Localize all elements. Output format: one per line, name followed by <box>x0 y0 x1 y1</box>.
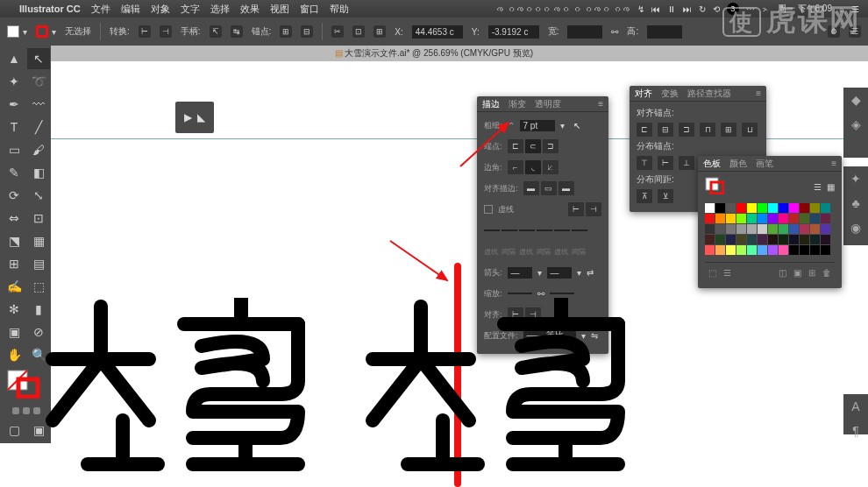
lasso-tool[interactable]: ➰ <box>27 71 50 92</box>
swatch[interactable] <box>810 214 820 223</box>
swatch[interactable] <box>747 214 757 223</box>
corner-round[interactable]: ◟ <box>525 160 541 174</box>
swatch[interactable] <box>821 235 830 244</box>
swatch[interactable] <box>821 214 830 223</box>
ref-point[interactable]: ⊞ <box>374 25 386 38</box>
swatch[interactable] <box>779 203 788 213</box>
scale-2[interactable] <box>550 293 574 294</box>
next-icon[interactable]: ⏭ <box>683 4 692 14</box>
pen-tool[interactable]: ✒ <box>3 94 25 115</box>
align-outside[interactable]: ▬ <box>559 181 574 195</box>
setup-icon[interactable]: ⚙ <box>828 25 840 38</box>
swatch[interactable] <box>705 245 715 255</box>
swatch[interactable] <box>821 245 830 255</box>
space-h[interactable]: ⊻ <box>658 189 673 203</box>
swatch[interactable] <box>768 214 778 223</box>
swatch[interactable] <box>789 214 799 223</box>
convert-corner-icon[interactable]: ◣ <box>197 111 205 124</box>
menu-select[interactable]: 选择 <box>210 3 230 16</box>
swatch-opts-icon[interactable]: ◫ <box>779 268 786 278</box>
badge-3[interactable]: 3 <box>727 3 739 15</box>
swatch[interactable] <box>821 203 830 213</box>
dist-top[interactable]: ⊤ <box>637 156 652 170</box>
dist-vcenter[interactable]: ⊢ <box>658 156 673 170</box>
mesh-tool[interactable]: ⊞ <box>3 253 25 274</box>
swatch[interactable] <box>747 224 757 234</box>
magic-wand-tool[interactable]: ✦ <box>3 71 25 92</box>
tab-pathfinder[interactable]: 路径查找器 <box>687 88 731 100</box>
para-panel-icon[interactable]: ¶ <box>852 424 859 438</box>
swatch[interactable] <box>779 214 788 223</box>
space-v[interactable]: ⊼ <box>637 189 652 203</box>
swatch[interactable] <box>779 245 788 255</box>
free-transform-tool[interactable]: ⊡ <box>27 208 50 229</box>
artwork-char-2[interactable] <box>355 298 627 482</box>
handle-btn-1[interactable]: ↸ <box>210 25 222 38</box>
tab-brushes[interactable]: 画笔 <box>756 158 773 170</box>
direct-selection-tool[interactable]: ↖ <box>27 48 50 69</box>
menu-object[interactable]: 对象 <box>151 3 170 16</box>
dash-1[interactable] <box>484 229 500 231</box>
swatch-grid-icon[interactable]: ▦ <box>827 182 835 192</box>
list-icon[interactable]: ☰ <box>849 25 861 38</box>
loop-icon[interactable]: ↻ <box>699 4 706 14</box>
clock[interactable]: 周一 下午6:09 <box>778 3 832 15</box>
swatch-menu-icon[interactable]: ☰ <box>723 268 731 278</box>
weight-input[interactable]: 7 pt <box>520 120 555 131</box>
dash-2[interactable] <box>519 229 535 231</box>
align-right[interactable]: ⊐ <box>679 123 694 137</box>
swatch[interactable] <box>715 203 725 213</box>
swap-arrows-icon[interactable]: ⇄ <box>587 268 594 278</box>
swatch[interactable] <box>768 245 778 255</box>
arrow-start[interactable]: — <box>508 267 532 279</box>
swatch[interactable] <box>758 245 767 255</box>
swatch-lib-icon[interactable]: ⬚ <box>708 268 716 278</box>
gap-3[interactable] <box>572 229 587 231</box>
swatch[interactable] <box>726 235 736 244</box>
menu-effect[interactable]: 效果 <box>240 3 260 16</box>
align-vcenter[interactable]: ⊞ <box>721 123 736 137</box>
display-icon[interactable]: ᯢ <box>762 4 771 14</box>
menu-edit[interactable]: 编辑 <box>121 3 140 16</box>
swatch[interactable] <box>789 235 799 244</box>
fill-swatch[interactable]: ▾ <box>7 25 27 38</box>
swatch[interactable] <box>726 214 736 223</box>
arrow-end[interactable]: — <box>547 267 572 279</box>
shape-builder-tool[interactable]: ⬔ <box>3 230 25 251</box>
eraser-tool[interactable]: ◧ <box>27 162 50 183</box>
gradient-tool[interactable]: ▤ <box>27 253 50 274</box>
swatch-list-icon[interactable]: ☰ <box>814 182 822 192</box>
pause-icon[interactable]: ⏸ <box>667 4 676 14</box>
swatch[interactable] <box>768 224 778 234</box>
link-scale-icon[interactable]: ⚯ <box>537 289 544 299</box>
x-input[interactable] <box>412 25 463 39</box>
convert-smooth-icon[interactable]: ▶ <box>184 111 192 124</box>
spotlight-icon[interactable]: ⌕ <box>839 4 844 14</box>
status-icon[interactable]: ↯ <box>637 4 644 14</box>
swatch[interactable] <box>800 245 809 255</box>
dash-3[interactable] <box>554 229 570 231</box>
tab-gradient[interactable]: 渐变 <box>509 98 526 110</box>
menu-type[interactable]: 文字 <box>181 3 200 16</box>
swatch[interactable] <box>705 235 715 244</box>
align-top[interactable]: ⊓ <box>700 123 715 137</box>
hand-tool[interactable]: ✋ <box>3 344 25 365</box>
swatch[interactable] <box>747 235 757 244</box>
tab-transparency[interactable]: 透明度 <box>535 98 561 110</box>
swatch[interactable] <box>789 245 799 255</box>
artwork-char-1[interactable] <box>35 298 307 482</box>
swatch-fill-stroke[interactable] <box>705 177 724 196</box>
swatch[interactable] <box>715 245 725 255</box>
menu-help[interactable]: 帮助 <box>330 3 349 16</box>
swatch[interactable] <box>705 224 715 234</box>
swatch[interactable] <box>800 224 809 234</box>
align-inside[interactable]: ▭ <box>541 181 557 195</box>
swatch[interactable] <box>726 245 736 255</box>
swatch[interactable] <box>758 235 767 244</box>
gap-2[interactable] <box>537 229 552 231</box>
selection-tool[interactable]: ▲ <box>3 48 25 69</box>
swatch[interactable] <box>747 203 757 213</box>
swatch[interactable] <box>747 245 757 255</box>
swatch[interactable] <box>736 245 746 255</box>
swatch[interactable] <box>736 214 746 223</box>
